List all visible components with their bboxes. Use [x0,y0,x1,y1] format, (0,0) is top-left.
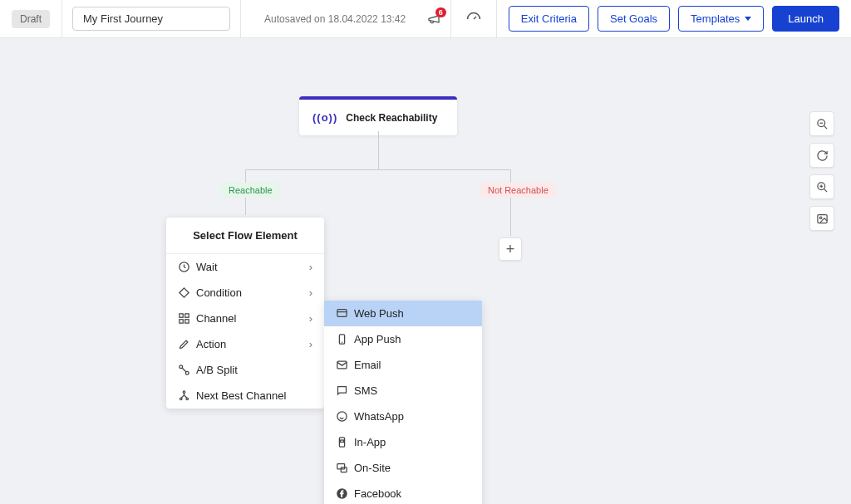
draft-badge: Draft [12,10,50,28]
image-button[interactable] [809,206,834,231]
channel-submenu: Web Push App Push Email SMS WhatsApp In-… [324,301,482,504]
inapp-icon [336,436,354,448]
zoom-in-icon [816,181,829,193]
onsite-icon [336,462,354,474]
canvas-tool-rail [809,111,834,231]
journey-canvas[interactable]: ((o)) Check Reachability Reachable Not R… [0,38,851,504]
svg-rect-17 [341,440,344,443]
pencil-icon [178,338,196,350]
templates-button[interactable]: Templates [678,6,764,32]
journey-name-input[interactable] [72,7,230,31]
top-bar: Draft Autosaved on 18.04.2022 13:42 6 Ex… [0,0,851,38]
svg-rect-2 [185,314,189,317]
svg-rect-3 [180,320,183,323]
launch-button[interactable]: Launch [772,6,839,32]
svg-point-15 [337,412,347,421]
channel-sms[interactable]: SMS [324,378,482,404]
reset-button[interactable] [809,143,834,168]
connector [510,169,511,236]
chat-icon [336,384,354,397]
check-reachability-node[interactable]: ((o)) Check Reachability [299,96,457,135]
chevron-right-icon: › [309,312,312,325]
clock-icon [178,261,196,273]
star-tree-icon [178,389,196,402]
svg-line-22 [824,125,827,129]
channel-inapp[interactable]: In-App [324,429,482,455]
whatsapp-icon [336,410,354,423]
node-label: Check Reachability [346,112,437,124]
set-goals-button[interactable]: Set Goals [598,6,670,32]
channel-app-push[interactable]: App Push [324,326,482,352]
channel-whatsapp[interactable]: WhatsApp [324,404,482,429]
chevron-right-icon: › [309,286,312,299]
chevron-right-icon: › [309,261,312,273]
svg-point-8 [180,398,183,400]
svg-point-7 [183,391,185,394]
flow-item-channel[interactable]: Channel › [166,306,324,331]
diamond-icon [178,286,196,299]
facebook-icon [336,487,354,500]
not-reachable-tag: Not Reachable [480,183,556,198]
autosave-text: Autosaved on 18.04.2022 13:42 [251,13,427,25]
svg-line-25 [824,188,827,192]
browser-icon [336,307,354,320]
channel-email[interactable]: Email [324,352,482,378]
mobile-icon [336,333,354,345]
zoom-out-icon [816,118,829,130]
channel-web-push[interactable]: Web Push [324,301,482,326]
svg-point-29 [819,217,822,219]
zoom-in-button[interactable] [809,174,834,199]
speedometer-icon[interactable] [466,12,481,27]
svg-rect-19 [341,467,347,472]
flow-item-nextbest[interactable]: Next Best Channel [166,383,324,409]
refresh-icon [816,149,829,162]
header-actions: Exit Criteria Set Goals Templates Launch [497,6,851,32]
reachable-tag: Reachable [221,183,280,198]
flow-element-panel: Select Flow Element Wait › Condition › C… [166,218,324,409]
chevron-right-icon: › [309,338,312,350]
flow-item-absplit[interactable]: A/B Split [166,357,324,383]
svg-rect-1 [180,314,183,317]
connector [378,131,379,169]
flow-item-action[interactable]: Action › [166,331,324,357]
image-icon [816,213,829,225]
svg-point-9 [186,398,189,400]
zoom-out-button[interactable] [809,111,834,136]
svg-rect-10 [337,310,347,317]
split-icon [178,364,196,376]
channel-onsite[interactable]: On-Site [324,455,482,481]
svg-rect-4 [185,320,189,323]
connector [245,169,511,170]
notification-count: 6 [435,7,446,17]
notification-button[interactable]: 6 [427,12,440,26]
flow-panel-title: Select Flow Element [166,218,324,254]
signal-icon: ((o)) [312,111,337,124]
flow-item-wait[interactable]: Wait › [166,254,324,280]
grid-icon [178,312,196,325]
envelope-icon [336,359,354,371]
add-node-button[interactable]: + [499,237,522,261]
channel-facebook[interactable]: Facebook [324,481,482,504]
flow-item-condition[interactable]: Condition › [166,280,324,306]
chevron-down-icon [745,17,751,21]
exit-criteria-button[interactable]: Exit Criteria [509,6,589,32]
